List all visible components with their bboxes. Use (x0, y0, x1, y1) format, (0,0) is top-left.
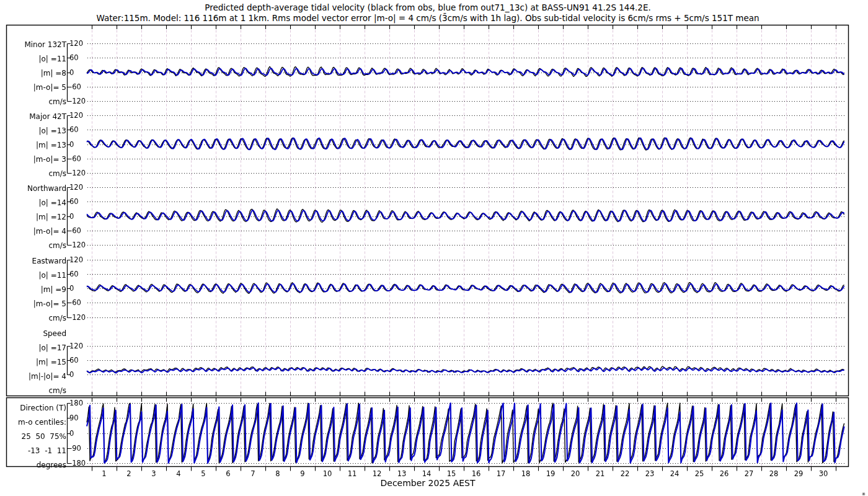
x-tick-label: 10 (315, 469, 340, 478)
x-tick-label: 17 (489, 469, 513, 478)
x-axis-title: December 2025 AEST (211, 478, 645, 488)
panel-label-northward: Northward |o| =14 |m| =12 |m-o|= 4 cm/s (5, 182, 66, 253)
y-tick-label: 120 (69, 183, 83, 192)
x-tick-label: 14 (414, 469, 439, 478)
y-tick-label: 120 (69, 111, 83, 120)
x-tick-label: 15 (439, 469, 464, 478)
x-tick-label: 22 (613, 469, 637, 478)
x-tick-label: 6 (216, 469, 241, 478)
y-tick-label: 0 (69, 140, 74, 149)
x-tick-label: 4 (166, 469, 191, 478)
x-tick-label: 20 (563, 469, 588, 478)
y-tick-label: -60 (69, 298, 81, 307)
y-tick-label: -180 (69, 459, 86, 467)
y-tick-label: -120 (69, 169, 86, 177)
y-tick-label: 120 (69, 39, 83, 48)
y-tick-label: -60 (69, 226, 81, 235)
panel-label-direction: Direction (T) m-o centiles: 25 50 75% -1… (5, 401, 66, 472)
panel-label-minor: Minor 132T |o| =11 |m| =8 |m-o|= 5 cm/s (5, 38, 66, 109)
y-tick-label: 0 (69, 212, 74, 221)
x-tick-label: 29 (786, 469, 811, 478)
panel-label-eastward: Eastward |o| =11 |m| =9 |m-o|= 5 cm/s (5, 254, 66, 326)
x-tick-label: 7 (241, 469, 265, 478)
y-tick-label: -60 (69, 82, 81, 91)
y-tick-label: 60 (69, 53, 79, 62)
x-tick-label: 2 (117, 469, 141, 478)
x-tick-label: 18 (513, 469, 538, 478)
y-tick-label: 60 (69, 356, 79, 365)
x-tick-label: 23 (637, 469, 662, 478)
y-tick-label: 90 (69, 414, 79, 422)
x-tick-label: 13 (389, 469, 414, 478)
y-tick-label: -60 (69, 154, 81, 163)
y-tick-label: 0 (69, 429, 74, 438)
panel-label-speed: Speed |o| =17 |m| =15 |m|-|o|= 4 cm/s (5, 327, 66, 398)
y-tick-label: 0 (69, 370, 74, 379)
x-tick-label: 3 (141, 469, 166, 478)
x-tick-label: 27 (737, 469, 761, 478)
y-tick-label: -90 (69, 444, 81, 453)
y-tick-label: 0 (69, 284, 74, 293)
y-tick-label: -120 (69, 241, 86, 249)
x-tick-label: 12 (365, 469, 389, 478)
y-tick-label: -120 (69, 313, 86, 322)
x-tick-label: 1 (92, 469, 117, 478)
x-tick-label: 24 (662, 469, 687, 478)
y-tick-label: 60 (69, 125, 79, 134)
y-tick-label: 60 (69, 197, 79, 206)
x-tick-label: 8 (265, 469, 290, 478)
tidal-velocity-figure: Predicted depth-average tidal velocity (… (0, 0, 868, 496)
y-tick-label: -120 (69, 97, 86, 105)
x-tick-label: 30 (811, 469, 836, 478)
x-tick-label: 28 (761, 469, 786, 478)
x-tick-label: 9 (290, 469, 315, 478)
y-tick-label: 60 (69, 270, 79, 278)
x-tick-label: 11 (340, 469, 365, 478)
x-tick-label: 5 (191, 469, 216, 478)
y-tick-label: 120 (69, 255, 83, 264)
chart-canvas (0, 0, 868, 496)
x-tick-label: 19 (538, 469, 563, 478)
y-tick-label: 0 (69, 68, 74, 77)
y-tick-label: 180 (69, 399, 83, 407)
x-tick-label: 21 (588, 469, 613, 478)
x-tick-label: 16 (464, 469, 489, 478)
copyright-note: © IMOS 18-Jun-2025 09:05:28. *Not for na… (861, 492, 868, 496)
panel-label-major: Major 42T |o| =13 |m| =13 |m-o|= 3 cm/s (5, 110, 66, 181)
x-tick-label: 26 (712, 469, 737, 478)
y-tick-label: 120 (69, 342, 83, 350)
x-tick-label: 25 (687, 469, 712, 478)
